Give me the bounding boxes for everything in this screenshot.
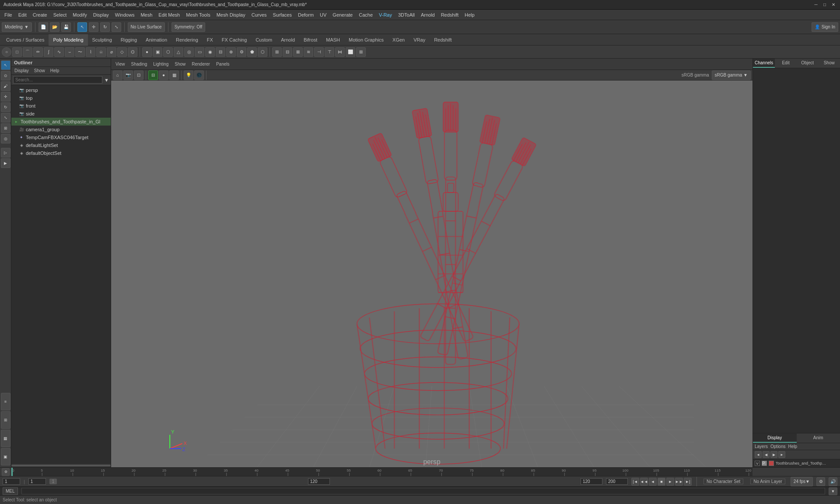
- tool-pipe[interactable]: ⊟: [216, 47, 225, 57]
- tab-xgen[interactable]: XGen: [388, 34, 409, 46]
- tab-redshift[interactable]: Redshift: [430, 34, 456, 46]
- lasso-tool[interactable]: ⊙: [1, 71, 10, 80]
- tool-bridge[interactable]: ⋈: [335, 47, 345, 57]
- tab-object[interactable]: Object: [797, 59, 819, 68]
- tab-custom[interactable]: Custom: [251, 34, 276, 46]
- outliner-menu-display[interactable]: Display: [13, 68, 30, 74]
- play-forward-button[interactable]: ►: [666, 478, 674, 486]
- paint-select-tool[interactable]: 🖌: [1, 81, 10, 91]
- bezier-tool[interactable]: ∿: [54, 47, 64, 57]
- jump-start-button[interactable]: |◄: [631, 478, 639, 486]
- viewport-menu-view[interactable]: View: [114, 61, 127, 67]
- no-live-surface-button[interactable]: No Live Surface: [128, 22, 165, 32]
- options-menu[interactable]: Options: [770, 444, 785, 449]
- menu-display[interactable]: Display: [91, 11, 112, 18]
- scale-tool-button[interactable]: ⤡: [112, 22, 121, 32]
- current-frame-input[interactable]: [3, 478, 20, 485]
- layers-menu[interactable]: Layers: [755, 444, 768, 449]
- tool-combine[interactable]: ⊞: [272, 47, 282, 57]
- fps-selector[interactable]: 24 fps ▼: [791, 477, 813, 486]
- layer-nav-last[interactable]: ►: [778, 451, 785, 458]
- shadow-button[interactable]: 🌑: [194, 70, 204, 80]
- rotate-tool-left[interactable]: ↻: [1, 102, 10, 112]
- layer-nav-next[interactable]: ▶: [770, 451, 777, 458]
- current-frame-input2[interactable]: [28, 478, 46, 485]
- save-button[interactable]: 💾: [61, 22, 71, 32]
- quick-layout-3[interactable]: ▦: [1, 430, 10, 447]
- sign-in-button[interactable]: 👤 Sign In: [812, 22, 838, 32]
- new-scene-button[interactable]: 📄: [38, 22, 48, 32]
- tab-animation[interactable]: Animation: [141, 34, 172, 46]
- curve-tool[interactable]: ⌒: [23, 47, 32, 57]
- square-tool[interactable]: □: [12, 47, 22, 57]
- tab-channels[interactable]: Channels: [753, 59, 775, 68]
- viewport-menu-panels[interactable]: Panels: [214, 61, 231, 67]
- tool-smooth[interactable]: ≋: [304, 47, 313, 57]
- tab-rendering[interactable]: Rendering: [172, 34, 203, 46]
- universal-manip[interactable]: ⊞: [1, 123, 10, 133]
- menu-vray[interactable]: V-Ray: [376, 11, 395, 18]
- tool9[interactable]: ⍾: [96, 47, 106, 57]
- tool-extrude[interactable]: ⊤: [325, 47, 334, 57]
- tool8[interactable]: ⌇: [86, 47, 95, 57]
- rotate-tool-button[interactable]: ↻: [100, 22, 110, 32]
- menu-windows[interactable]: Windows: [112, 11, 137, 18]
- sphere-tool[interactable]: ●: [142, 47, 152, 57]
- audio-button[interactable]: 🔊: [829, 477, 837, 486]
- menu-3dtoall[interactable]: 3DToAll: [396, 11, 417, 18]
- gamma-selector[interactable]: sRGB gamma ▼: [712, 70, 751, 80]
- disk-tool[interactable]: ◉: [205, 47, 215, 57]
- tab-fx-caching[interactable]: FX Caching: [217, 34, 251, 46]
- menu-modify[interactable]: Modify: [70, 11, 89, 18]
- menu-generate[interactable]: Generate: [330, 11, 355, 18]
- tab-curves-surfaces[interactable]: Curves / Surfaces: [2, 34, 49, 46]
- tool-show-manipulator[interactable]: ▷: [1, 148, 10, 158]
- timeline-settings[interactable]: ⚙: [2, 468, 10, 476]
- select-tool-button[interactable]: ↖: [77, 22, 87, 32]
- cylinder-tool[interactable]: ⬡: [163, 47, 173, 57]
- tab-arnold[interactable]: Arnold: [276, 34, 299, 46]
- viewport-cam-button[interactable]: 📷: [123, 70, 133, 80]
- viewport-menu-lighting[interactable]: Lighting: [151, 61, 170, 67]
- tool-last[interactable]: ▶: [1, 158, 10, 168]
- jump-end-button[interactable]: ►|: [684, 478, 692, 486]
- max-frames-input[interactable]: [606, 478, 628, 485]
- tool-mirror[interactable]: ⊣: [314, 47, 324, 57]
- menu-mesh[interactable]: Mesh: [138, 11, 155, 18]
- help-menu[interactable]: Help: [788, 444, 797, 449]
- tool-subdivide[interactable]: ⊞: [356, 47, 366, 57]
- playback-options[interactable]: ⚙: [816, 477, 825, 486]
- curve2-tool[interactable]: ∫: [44, 47, 53, 57]
- viewport-fit-button[interactable]: ⊡: [134, 70, 144, 80]
- outliner-item-side[interactable]: 📷 side: [11, 110, 111, 118]
- wireframe-button[interactable]: ⊟: [148, 70, 158, 80]
- freeform-tool[interactable]: 〜: [75, 47, 85, 57]
- open-button[interactable]: 📂: [50, 22, 60, 32]
- outliner-item-front[interactable]: 📷 front: [11, 102, 111, 110]
- play-back-button[interactable]: ◄: [649, 478, 657, 486]
- tab-vray[interactable]: VRay: [409, 34, 430, 46]
- move-tool-button[interactable]: ✛: [89, 22, 98, 32]
- shaded-button[interactable]: ●: [159, 70, 168, 80]
- tool-separate[interactable]: ⊟: [283, 47, 292, 57]
- tool-platonic[interactable]: ⬡: [258, 47, 267, 57]
- menu-mesh-tools[interactable]: Mesh Tools: [183, 11, 213, 18]
- cmd-history[interactable]: ▼: [829, 487, 837, 495]
- cube-tool[interactable]: ▣: [153, 47, 162, 57]
- layer-nav-prev2[interactable]: ◀: [763, 451, 770, 458]
- outliner-item-tempcam[interactable]: ✦ TempCamFBXASC046Target: [11, 133, 111, 141]
- tool-soccer[interactable]: ⬟: [247, 47, 257, 57]
- menu-uv[interactable]: UV: [317, 11, 329, 18]
- symmetry-button[interactable]: Symmetry: Off: [172, 22, 206, 32]
- menu-create[interactable]: Create: [30, 11, 50, 18]
- tool10[interactable]: ⌀: [107, 47, 116, 57]
- menu-cache[interactable]: Cache: [356, 11, 375, 18]
- minimize-button[interactable]: ─: [813, 2, 819, 8]
- menu-redshift[interactable]: Redshift: [438, 11, 461, 18]
- tool-boolean[interactable]: ⊠: [293, 47, 303, 57]
- tab-display[interactable]: Display: [753, 434, 797, 443]
- lights-button[interactable]: 💡: [184, 70, 193, 80]
- menu-help[interactable]: Help: [462, 11, 477, 18]
- outliner-search-input[interactable]: [13, 76, 102, 84]
- menu-curves[interactable]: Curves: [249, 11, 270, 18]
